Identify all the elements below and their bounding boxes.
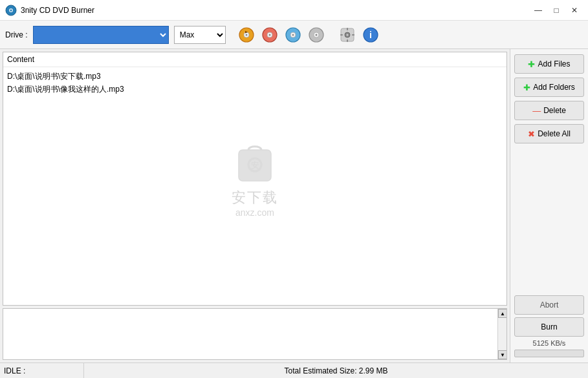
svg-point-2	[10, 9, 12, 11]
maximize-button[interactable]: □	[548, 4, 565, 17]
list-item: D:\桌面\说明书\像我这样的人.mp3	[7, 83, 503, 96]
add-files-button[interactable]: ✚ Add Files	[514, 54, 584, 74]
close-button[interactable]: ✕	[566, 4, 583, 17]
title-bar: 3nity CD DVD Burner — □ ✕	[0, 0, 588, 21]
toolbar-disc1-button[interactable]: ▶	[236, 25, 257, 45]
toolbar-settings-button[interactable]	[337, 25, 358, 45]
svg-point-5	[245, 34, 247, 36]
add-files-icon: ✚	[528, 59, 535, 69]
left-panel: Content D:\桌面\说明书\安下载.mp3 D:\桌面\说明书\像我这样…	[0, 49, 510, 362]
svg-rect-25	[239, 150, 271, 181]
add-folders-button[interactable]: ✚ Add Folders	[514, 78, 584, 97]
scroll-down-button[interactable]: ▼	[498, 350, 507, 359]
delete-label: Delete	[543, 106, 566, 115]
status-idle: IDLE :	[0, 363, 84, 378]
drive-select[interactable]	[33, 26, 169, 44]
main-area: Content D:\桌面\说明书\安下载.mp3 D:\桌面\说明书\像我这样…	[0, 49, 588, 362]
delete-all-label: Delete All	[538, 129, 571, 138]
svg-point-15	[315, 34, 317, 36]
delete-all-icon: ✖	[528, 129, 535, 139]
add-files-label: Add Files	[538, 59, 570, 68]
svg-rect-21	[340, 34, 343, 36]
abort-button[interactable]: Abort	[514, 295, 584, 315]
minimize-button[interactable]: —	[530, 4, 547, 17]
progress-bar	[514, 350, 584, 357]
content-area[interactable]: Content D:\桌面\说明书\安下载.mp3 D:\桌面\说明书\像我这样…	[3, 52, 507, 306]
status-bar: IDLE : Total Estimated Size: 2.99 MB	[0, 362, 588, 378]
watermark-text: 安下载	[232, 188, 278, 207]
toolbar-icons: ▶	[236, 25, 381, 45]
svg-text:▶: ▶	[245, 30, 248, 34]
toolbar: Drive : Max 1x 4x 8x 16x 32x 52x ▶	[0, 21, 588, 49]
status-total-size: Total Estimated Size: 2.99 MB	[84, 366, 588, 375]
app-title: 3nity CD DVD Burner	[21, 6, 530, 15]
delete-icon: —	[532, 106, 541, 116]
burn-section: Abort Burn 5125 KB/s	[514, 295, 584, 357]
speed-select[interactable]: Max 1x 4x 8x 16x 32x 52x	[174, 26, 226, 44]
svg-point-9	[268, 34, 270, 36]
watermark: 安 安下载 anxz.com	[232, 140, 278, 218]
content-header: Content	[3, 52, 506, 67]
content-files: D:\桌面\说明书\安下载.mp3 D:\桌面\说明书\像我这样的人.mp3	[3, 67, 506, 98]
svg-rect-22	[352, 34, 354, 36]
svg-point-12	[292, 34, 294, 36]
right-panel: ✚ Add Files ✚ Add Folders — Delete ✖ Del…	[510, 49, 588, 362]
svg-point-18	[346, 34, 348, 36]
log-area[interactable]: ▲ ▼	[3, 308, 507, 360]
scroll-up-button[interactable]: ▲	[498, 309, 507, 318]
add-folders-label: Add Folders	[533, 83, 575, 92]
svg-point-26	[248, 158, 261, 171]
delete-all-button[interactable]: ✖ Delete All	[514, 124, 584, 143]
app-icon	[5, 5, 17, 16]
delete-button[interactable]: — Delete	[514, 101, 584, 120]
toolbar-info-button[interactable]: i	[360, 25, 381, 45]
toolbar-disc2-button[interactable]	[259, 25, 280, 45]
log-scrollbar[interactable]: ▲ ▼	[497, 309, 506, 359]
list-item: D:\桌面\说明书\安下载.mp3	[7, 70, 503, 83]
watermark-url: anxz.com	[235, 207, 274, 218]
burn-button[interactable]: Burn	[514, 317, 584, 337]
svg-text:安: 安	[250, 161, 259, 170]
svg-text:i: i	[369, 30, 372, 40]
speed-display: 5125 KB/s	[514, 339, 584, 347]
svg-rect-19	[347, 28, 348, 30]
window-controls: — □ ✕	[530, 4, 583, 17]
add-folders-icon: ✚	[523, 83, 530, 92]
toolbar-disc3-button[interactable]	[283, 25, 303, 45]
svg-rect-20	[347, 39, 348, 42]
toolbar-disc4-button[interactable]	[306, 25, 327, 45]
drive-label: Drive :	[5, 30, 28, 39]
